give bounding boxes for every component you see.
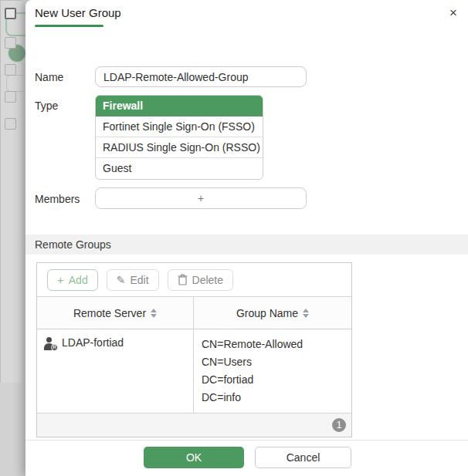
sort-icon (303, 309, 309, 318)
column-label: Remote Server (73, 307, 146, 319)
new-user-group-dialog: New User Group × Name Type Firewall Fort… (25, 0, 468, 476)
title-underline (35, 25, 103, 27)
delete-button-label: Delete (192, 274, 223, 286)
dialog-footer: OK Cancel (25, 440, 468, 476)
trash-icon (178, 274, 188, 285)
group-dn-line: DC=fortiad (202, 371, 351, 389)
column-header-group-name[interactable]: Group Name (194, 297, 351, 329)
remote-server-name: LDAP-fortiad (62, 336, 124, 413)
pencil-icon: ✎ (117, 274, 126, 286)
type-option-list: Firewall Fortinet Single Sign-On (FSSO) … (95, 95, 263, 180)
remote-groups-toolbar: +Add ✎Edit Delete (37, 263, 351, 297)
group-name-cell: CN=Remote-Allowed CN=Users DC=fortiad DC… (194, 329, 351, 413)
group-dn-line: CN=Users (202, 353, 351, 371)
edit-button-label: Edit (130, 274, 148, 286)
background-checkbox (5, 8, 16, 19)
dialog-title: New User Group (35, 6, 121, 19)
group-dn-line: CN=Remote-Allowed (202, 336, 351, 353)
type-option-guest[interactable]: Guest (96, 158, 263, 179)
plus-icon: + (198, 192, 204, 204)
type-option-rsso[interactable]: RADIUS Single Sign-On (RSSO) (96, 137, 263, 158)
name-input[interactable] (95, 66, 307, 87)
ok-button[interactable]: OK (144, 447, 244, 468)
background-checkbox (5, 64, 16, 76)
edit-button[interactable]: ✎Edit (107, 269, 159, 291)
background-checkbox (5, 91, 16, 103)
remote-groups-section-header: Remote Groups (25, 235, 468, 255)
members-label: Members (35, 193, 80, 205)
type-label: Type (35, 100, 58, 112)
delete-button[interactable]: Delete (168, 269, 233, 291)
background-checkbox (5, 37, 16, 49)
type-option-firewall[interactable]: Firewall (96, 96, 263, 116)
table-pagination-bar: 1 (37, 413, 351, 437)
sort-icon (151, 309, 157, 318)
remote-server-cell: R LDAP-fortiad (37, 329, 194, 413)
background-checkbox (5, 118, 16, 130)
add-button-label: Add (69, 274, 88, 286)
remote-user-r-icon: R (43, 337, 56, 350)
members-add-field[interactable]: + (95, 187, 307, 209)
page-number-badge[interactable]: 1 (332, 418, 346, 432)
close-icon[interactable]: × (445, 5, 462, 22)
type-option-fsso[interactable]: Fortinet Single Sign-On (FSSO) (96, 116, 263, 137)
column-label: Group Name (236, 307, 298, 319)
remote-groups-table: +Add ✎Edit Delete Remote Server (36, 262, 352, 437)
table-row[interactable]: R LDAP-fortiad CN=Remote-Allowed CN=User… (37, 329, 351, 413)
plus-icon: + (57, 273, 64, 286)
add-button[interactable]: +Add (47, 269, 98, 291)
table-header-row: Remote Server Group Name (37, 297, 351, 329)
name-label: Name (35, 71, 63, 83)
group-dn-line: DC=info (202, 389, 351, 407)
cancel-button[interactable]: Cancel (255, 447, 351, 468)
column-header-remote-server[interactable]: Remote Server (37, 297, 194, 329)
